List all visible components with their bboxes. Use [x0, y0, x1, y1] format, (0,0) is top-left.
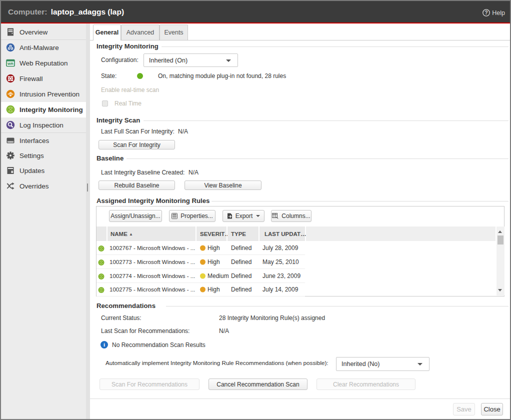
svg-text:WR: WR: [8, 62, 14, 66]
svg-text:?: ?: [485, 10, 488, 16]
